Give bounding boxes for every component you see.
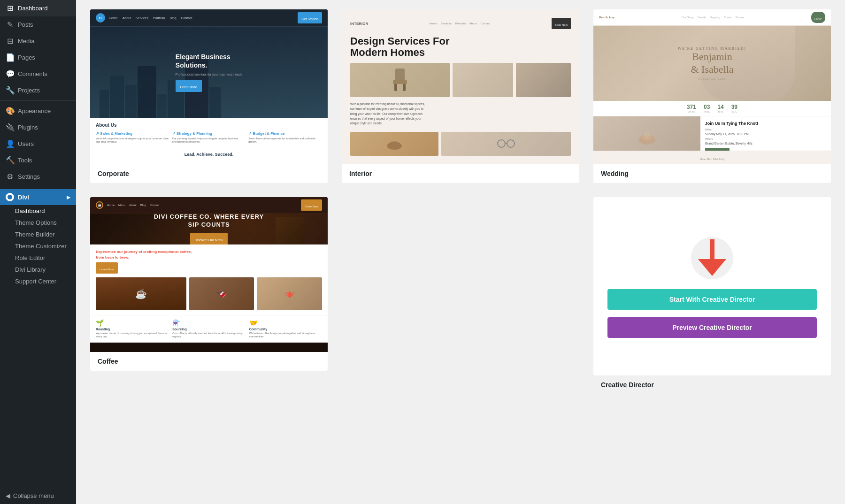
appearance-icon: 🎨	[6, 107, 14, 115]
divi-submenu-theme-customizer[interactable]: Theme Customizer	[0, 240, 76, 252]
plugins-icon: 🔌	[6, 123, 14, 132]
sidebar-item-plugins-label: Plugins	[18, 124, 38, 131]
sidebar-item-posts[interactable]: ✎ Posts	[0, 16, 76, 33]
sidebar-item-posts-label: Posts	[18, 21, 33, 28]
theme-card-wedding-wrapper: Ben & Izzy Our Story Details Registry Tr…	[593, 9, 831, 183]
sidebar-item-divi[interactable]: Divi ▶	[0, 189, 76, 205]
divi-submenu-support-center[interactable]: Support Center	[0, 275, 76, 287]
interior-label: Interior	[342, 164, 579, 183]
divi-chevron-icon: ▶	[67, 195, 70, 200]
creative-director-label: Creative Director	[593, 375, 831, 394]
creative-director-card[interactable]: Start With Creative Director Preview Cre…	[593, 197, 831, 375]
preview-creative-director-button[interactable]: Preview Creative Director	[607, 317, 817, 338]
svg-point-12	[646, 134, 648, 136]
start-creative-director-button[interactable]: Start With Creative Director	[607, 289, 817, 310]
empty-slot	[342, 197, 579, 394]
sidebar-item-dashboard[interactable]: ⊞ Dashboard	[0, 0, 76, 16]
users-icon: 👤	[6, 139, 14, 148]
pages-icon: 📄	[6, 53, 14, 62]
projects-icon: 🔧	[6, 86, 14, 95]
divi-submenu-dashboard[interactable]: Dashboard	[0, 205, 76, 217]
sidebar-item-pages-label: Pages	[18, 54, 35, 61]
sidebar-item-tools-label: Tools	[18, 157, 32, 164]
sidebar-item-appearance-label: Appearance	[18, 107, 51, 115]
sidebar-separator-2	[0, 187, 76, 187]
main-content: D Home About Services Portfolio Blog Con…	[76, 0, 845, 504]
sidebar-item-projects-label: Projects	[18, 87, 40, 94]
coffee-preview: ☕ Home Menu About Blog Contact Order Now	[90, 197, 328, 352]
corporate-preview: D Home About Services Portfolio Blog Con…	[90, 9, 328, 164]
media-icon: ⊟	[6, 37, 14, 46]
divi-submenu-theme-options[interactable]: Theme Options	[0, 217, 76, 229]
sidebar-item-users[interactable]: 👤 Users	[0, 136, 76, 152]
sidebar-item-projects[interactable]: 🔧 Projects	[0, 82, 76, 99]
sidebar-item-users-label: Users	[18, 140, 34, 147]
theme-card-coffee-wrapper: ☕ Home Menu About Blog Contact Order Now	[90, 197, 328, 394]
divi-dot-inner	[8, 195, 12, 199]
posts-icon: ✎	[6, 20, 14, 29]
sidebar-item-plugins[interactable]: 🔌 Plugins	[0, 119, 76, 136]
sidebar-item-pages[interactable]: 📄 Pages	[0, 49, 76, 66]
theme-grid-row2: ☕ Home Menu About Blog Contact Order Now	[90, 197, 831, 394]
creative-director-arrow-area	[689, 235, 736, 282]
coffee-label: Coffee	[90, 352, 328, 371]
sidebar-item-comments-label: Comments	[18, 70, 47, 77]
dashboard-icon: ⊞	[6, 4, 14, 13]
sidebar-item-dashboard-label: Dashboard	[18, 5, 48, 12]
theme-card-corporate-wrapper: D Home About Services Portfolio Blog Con…	[90, 9, 328, 183]
sidebar-item-appearance[interactable]: 🎨 Appearance	[0, 103, 76, 119]
theme-card-creative-director-wrapper: Start With Creative Director Preview Cre…	[593, 197, 831, 394]
sidebar-item-settings-label: Settings	[18, 173, 40, 180]
sidebar-item-media[interactable]: ⊟ Media	[0, 33, 76, 49]
svg-point-5	[389, 141, 400, 147]
sidebar-separator	[0, 100, 76, 101]
theme-grid-row1: D Home About Services Portfolio Blog Con…	[90, 9, 831, 183]
collapse-icon: ◀	[6, 492, 10, 499]
collapse-menu-button[interactable]: ◀ Collapse menu	[0, 488, 76, 504]
theme-card-corporate[interactable]: D Home About Services Portfolio Blog Con…	[90, 9, 328, 183]
sidebar: ⊞ Dashboard ✎ Posts ⊟ Media 📄 Pages 💬 Co…	[0, 0, 76, 504]
sidebar-item-media-label: Media	[18, 38, 34, 45]
sidebar-item-settings[interactable]: ⚙ Settings	[0, 168, 76, 185]
tools-icon: 🔨	[6, 156, 14, 165]
sidebar-item-comments[interactable]: 💬 Comments	[0, 66, 76, 82]
svg-point-7	[507, 140, 515, 147]
theme-card-coffee[interactable]: ☕ Home Menu About Blog Contact Order Now	[90, 197, 328, 371]
collapse-menu-label: Collapse menu	[13, 492, 54, 499]
divi-submenu-role-editor[interactable]: Role Editor	[0, 252, 76, 264]
divi-dot	[6, 193, 14, 201]
down-arrow-icon	[698, 239, 726, 277]
wedding-preview: Ben & Izzy Our Story Details Registry Tr…	[593, 9, 831, 164]
divi-submenu-theme-builder[interactable]: Theme Builder	[0, 229, 76, 240]
sidebar-item-tools[interactable]: 🔨 Tools	[0, 152, 76, 168]
divi-submenu-divi-library[interactable]: Divi Library	[0, 264, 76, 275]
sidebar-divi-label: Divi	[18, 194, 29, 201]
theme-card-wedding[interactable]: Ben & Izzy Our Story Details Registry Tr…	[593, 9, 831, 183]
interior-preview: INTERIOR Home Services Portfolio About C…	[342, 9, 579, 164]
theme-card-interior[interactable]: INTERIOR Home Services Portfolio About C…	[342, 9, 579, 183]
svg-point-6	[498, 140, 505, 147]
wedding-label: Wedding	[593, 164, 831, 183]
comments-icon: 💬	[6, 69, 14, 78]
divi-submenu: Dashboard Theme Options Theme Builder Th…	[0, 205, 76, 291]
theme-card-interior-wrapper: INTERIOR Home Services Portfolio About C…	[342, 9, 579, 183]
settings-icon: ⚙	[6, 172, 14, 181]
svg-marker-14	[698, 259, 726, 276]
svg-rect-3	[393, 80, 407, 84]
corporate-label: Corporate	[90, 164, 328, 183]
